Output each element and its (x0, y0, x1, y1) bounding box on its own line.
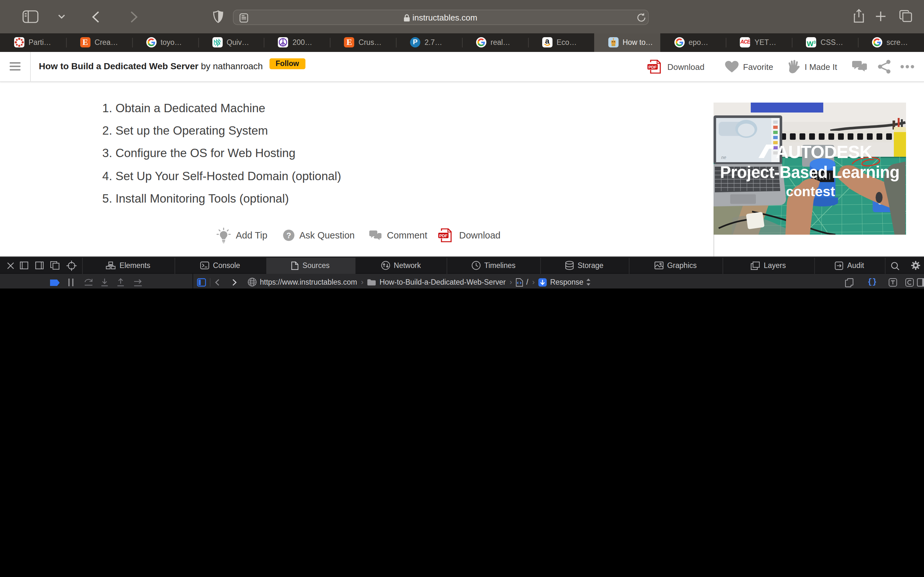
svg-text:AUTODESK: AUTODESK (776, 142, 872, 161)
svg-text:PDF: PDF (439, 234, 447, 238)
svg-text:contest: contest (786, 183, 835, 199)
svg-text:ne: ne (721, 155, 726, 160)
svg-text:PDF: PDF (648, 65, 657, 69)
svg-text:Project-Based Learning: Project-Based Learning (720, 163, 899, 181)
svg-text:?: ? (286, 231, 291, 240)
